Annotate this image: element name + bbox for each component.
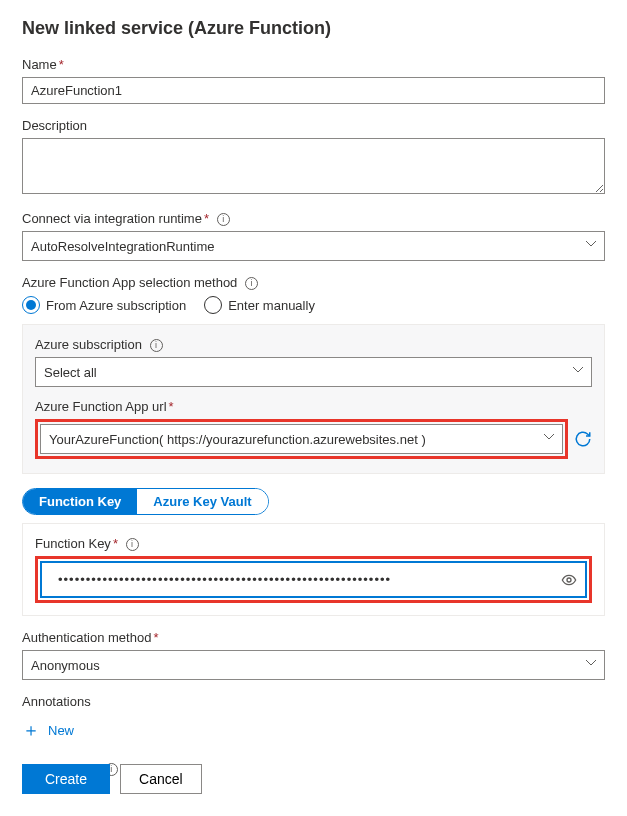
tab-azure-key-vault[interactable]: Azure Key Vault bbox=[137, 489, 267, 514]
radio-from-subscription[interactable]: From Azure subscription bbox=[22, 296, 186, 314]
chevron-down-icon bbox=[573, 367, 583, 377]
key-source-tabs: Function Key Azure Key Vault bbox=[22, 488, 269, 515]
appurl-label: Azure Function App url* bbox=[35, 399, 592, 414]
info-icon[interactable]: i bbox=[126, 538, 139, 551]
authmethod-label: Authentication method* bbox=[22, 630, 605, 645]
tab-function-key[interactable]: Function Key bbox=[23, 489, 137, 514]
eye-icon[interactable] bbox=[561, 572, 577, 588]
info-icon[interactable]: i bbox=[217, 213, 230, 226]
info-icon[interactable]: i bbox=[245, 277, 258, 290]
runtime-label: Connect via integration runtime* i bbox=[22, 211, 605, 226]
appurl-select[interactable]: YourAzureFunction( https://yourazurefunc… bbox=[40, 424, 563, 454]
runtime-value: AutoResolveIntegrationRuntime bbox=[31, 239, 215, 254]
description-input[interactable] bbox=[22, 138, 605, 194]
page-title: New linked service (Azure Function) bbox=[22, 18, 605, 39]
cancel-button[interactable]: Cancel bbox=[120, 764, 202, 794]
chevron-down-icon bbox=[544, 434, 554, 444]
highlight-frame: YourAzureFunction( https://yourazurefunc… bbox=[35, 419, 568, 459]
svg-point-0 bbox=[567, 578, 571, 582]
runtime-select[interactable]: AutoResolveIntegrationRuntime bbox=[22, 231, 605, 261]
subscription-value: Select all bbox=[44, 365, 97, 380]
functionkey-input[interactable] bbox=[50, 567, 555, 592]
chevron-down-icon bbox=[586, 241, 596, 251]
highlight-frame bbox=[35, 556, 592, 603]
name-input[interactable] bbox=[22, 77, 605, 104]
selection-method-label: Azure Function App selection method i bbox=[22, 275, 605, 290]
add-annotation-button[interactable]: ＋ New bbox=[22, 714, 605, 746]
authmethod-value: Anonymous bbox=[31, 658, 100, 673]
annotations-label: Annotations bbox=[22, 694, 605, 709]
chevron-down-icon bbox=[586, 660, 596, 670]
name-label: Name* bbox=[22, 57, 605, 72]
create-button[interactable]: Create bbox=[22, 764, 110, 794]
subscription-select[interactable]: Select all bbox=[35, 357, 592, 387]
description-label: Description bbox=[22, 118, 605, 133]
info-icon[interactable]: i bbox=[150, 339, 163, 352]
plus-icon: ＋ bbox=[22, 718, 40, 742]
subscription-label: Azure subscription i bbox=[35, 337, 592, 352]
refresh-icon[interactable] bbox=[574, 430, 592, 448]
authmethod-select[interactable]: Anonymous bbox=[22, 650, 605, 680]
appurl-value: YourAzureFunction( https://yourazurefunc… bbox=[49, 432, 426, 447]
functionkey-label: Function Key* i bbox=[35, 536, 592, 551]
radio-enter-manually[interactable]: Enter manually bbox=[204, 296, 315, 314]
